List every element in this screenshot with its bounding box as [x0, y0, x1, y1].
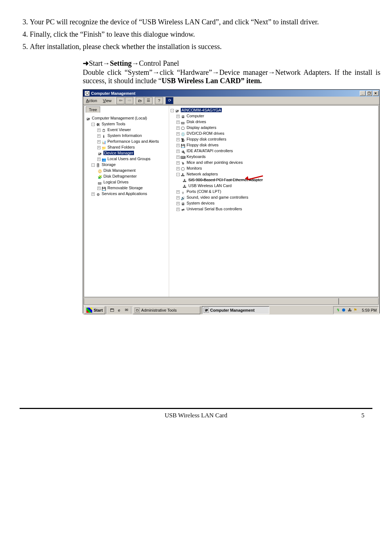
app-icon: 🖵 — [85, 91, 90, 96]
dev-computer[interactable]: +🖥Computer — [176, 113, 378, 119]
dev-usb-wlan[interactable]: 🖧USB Wireless LAN Card — [182, 183, 378, 189]
instruction-5: After installation, please check whether… — [30, 41, 372, 52]
dev-keyboards[interactable]: +⌨Keyboards — [176, 154, 378, 159]
dev-sound[interactable]: +🔊Sound, video and game controllers — [176, 194, 378, 200]
quicklaunch-ie[interactable]: e — [116, 307, 122, 313]
computer-management-window: 🖵 Computer Management _ ❐ ✕ Action View … — [83, 89, 380, 313]
tree-root[interactable]: 🖳Computer Management (Local) -🛠System To… — [86, 115, 169, 197]
status-bar — [84, 298, 379, 304]
folder-icon: 🗀 — [135, 308, 140, 313]
quicklaunch-outlook[interactable]: ✉ — [123, 307, 130, 313]
dev-network[interactable]: -🖧Network adapters 🖧SiS 900-Based PCI Fa… — [176, 171, 378, 189]
dev-floppy-drives[interactable]: +💾Floppy disk drives — [176, 142, 378, 148]
dev-floppy-ctrl[interactable]: +🗜Floppy disk controllers — [176, 136, 378, 142]
tree-disk-management[interactable]: 📀Disk Management — [97, 167, 169, 173]
tree-local-users[interactable]: +👥Local Users and Groups — [97, 156, 169, 162]
dev-root[interactable]: -🖳AINCOMM-4SAGYGA +🖥Computer +🖴Disk driv… — [171, 107, 378, 212]
menu-bar: Action View ⇦ ⇨ 🗁 ☰ ? ⟳ — [83, 97, 379, 105]
computer-icon: 🖳 — [204, 308, 209, 313]
statusbar-cell-1 — [84, 298, 339, 305]
nav-path: ➜Start→Setting→Control Panel — [83, 59, 380, 68]
minimize-button[interactable]: _ — [360, 91, 366, 96]
clock[interactable]: 5:59 PM — [362, 308, 377, 312]
close-button[interactable]: ✕ — [373, 91, 379, 96]
tree-system-tools[interactable]: -🛠System Tools +🗒Event Viewer +ℹSystem I… — [91, 121, 169, 162]
task-admin-tools[interactable]: 🗀 Administrative Tools — [133, 306, 200, 314]
dev-ports[interactable]: +⏚Ports (COM & LPT) — [176, 189, 378, 194]
tree-system-info[interactable]: +ℹSystem Information — [97, 133, 169, 138]
dev-monitors[interactable]: +🖵Monitors — [176, 165, 378, 171]
restore-button[interactable]: ❐ — [366, 91, 372, 96]
dev-usb-controllers[interactable]: +⇄Universal Serial Bus controllers — [176, 206, 378, 212]
properties-button[interactable]: ☰ — [144, 97, 152, 104]
start-button[interactable]: Start — [84, 306, 105, 314]
callout-arrow-icon — [245, 174, 264, 181]
tree-shared-folders[interactable]: +📁Shared Folders — [97, 144, 169, 150]
tray-icon-4[interactable]: ⚑ — [353, 308, 358, 313]
windows-logo-icon — [86, 308, 92, 313]
task-computer-management[interactable]: 🖳 Computer Management — [202, 306, 269, 314]
arrow-icon: ➜ — [83, 59, 89, 67]
taskbar: Start 🗔 e ✉ 🗀 Administrative Tools 🖳 Com… — [83, 305, 379, 315]
help-button[interactable]: ? — [155, 97, 163, 104]
forward-button[interactable]: ⇨ — [125, 97, 133, 104]
dev-ide[interactable]: +🔌IDE ATA/ATAPI controllers — [176, 148, 378, 154]
tray-icon-2[interactable]: ⬣ — [341, 308, 346, 313]
window-title: Computer Management — [91, 91, 359, 96]
instruction-3: Your PC will recognize the device of “US… — [30, 16, 372, 28]
dev-system-devices[interactable]: +🖥System devices — [176, 200, 378, 206]
window-titlebar[interactable]: 🖵 Computer Management _ ❐ ✕ — [83, 90, 379, 97]
tree-removable-storage[interactable]: +💾Removable Storage — [97, 185, 169, 191]
tree-device-manager[interactable]: 🖳Device Manager — [97, 150, 169, 156]
menu-view[interactable]: View — [100, 98, 115, 104]
refresh-button[interactable]: ⟳ — [166, 97, 173, 104]
tree-services-apps[interactable]: +⚙Services and Applications — [91, 191, 169, 197]
dev-sis-adapter[interactable]: 🖧SiS 900-Based PCI Fast Ethernet Adapter — [182, 177, 378, 183]
dev-disk-drives[interactable]: +🖴Disk drives — [176, 119, 378, 125]
instruction-4: Finally, click the “Finish” to leave thi… — [30, 28, 372, 40]
start-label: Start — [94, 308, 103, 312]
dev-display[interactable]: +🖵Display adapters — [176, 125, 378, 130]
tree-pane: Tree 🖳Computer Management (Local) -🛠Syst… — [84, 106, 169, 297]
menu-action[interactable]: Action — [83, 98, 100, 104]
system-tray: ↯ ⬣ 🖧 ⚑ 5:59 PM — [333, 306, 379, 314]
tree-event-viewer[interactable]: +🗒Event Viewer — [97, 127, 169, 133]
tree-logical-drives[interactable]: 🖴Logical Drives — [97, 179, 169, 185]
footer: USB Wireless LAN Card 5 — [20, 412, 372, 419]
footer-title: USB Wireless LAN Card — [92, 412, 300, 419]
tree-tab[interactable]: Tree — [86, 106, 100, 113]
tree-storage[interactable]: -🗄Storage 📀Disk Management 🧩Disk Defragm… — [91, 162, 169, 191]
statusbar-cell-2 — [339, 298, 379, 305]
tray-icon-1[interactable]: ↯ — [335, 308, 340, 313]
explain-paragraph: Double click “System”→click “Hardware”→D… — [83, 68, 380, 85]
tree-disk-defrag[interactable]: 🧩Disk Defragmenter — [97, 173, 169, 179]
tray-icon-3[interactable]: 🖧 — [347, 308, 352, 313]
quicklaunch-desktop[interactable]: 🗔 — [109, 307, 115, 313]
dev-mice[interactable]: +🖱Mice and other pointing devices — [176, 159, 378, 165]
tree-perf-logs[interactable]: +📊Performance Logs and Alerts — [97, 138, 169, 144]
back-button[interactable]: ⇦ — [117, 97, 124, 104]
up-button[interactable]: 🗁 — [136, 97, 144, 104]
dev-dvd[interactable]: +💿DVD/CD-ROM drives — [176, 130, 378, 136]
device-pane: -🖳AINCOMM-4SAGYGA +🖥Computer +🖴Disk driv… — [169, 106, 378, 297]
footer-rule-thin — [20, 409, 372, 409]
footer-page-number: 5 — [300, 412, 372, 419]
